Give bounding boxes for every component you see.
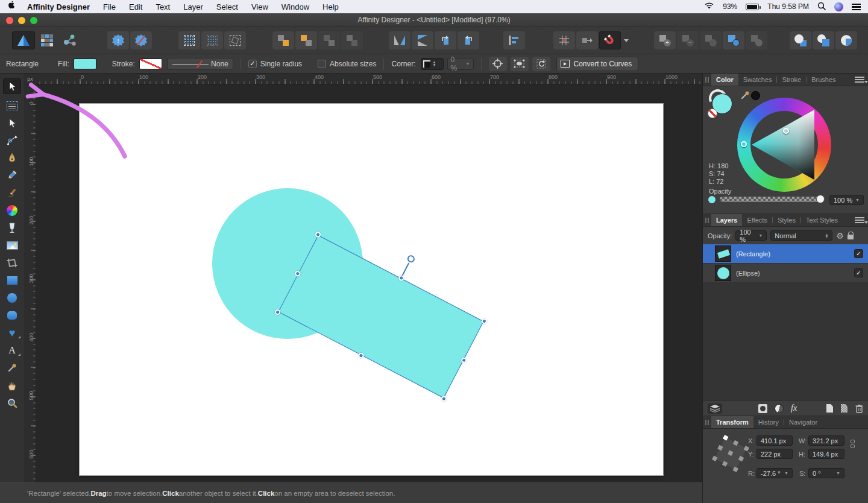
flip-horizontal-button[interactable] (389, 31, 410, 49)
move-forward-button[interactable] (272, 31, 294, 49)
selection-grid-button[interactable] (178, 31, 200, 49)
adjustment-layer-button[interactable] (775, 404, 784, 413)
corner-type-select[interactable]: ▲▼ (421, 58, 444, 70)
rotation-handle[interactable] (406, 254, 416, 264)
artboard-tool-button[interactable] (4, 100, 20, 112)
tab-text-styles[interactable]: Text Styles (801, 214, 843, 226)
panel-grip-icon[interactable] (703, 416, 711, 428)
apple-menu-icon[interactable] (8, 1, 16, 12)
layer-row-rectangle[interactable]: (Rectangle) ✓ (703, 244, 868, 264)
delete-layer-button[interactable] (855, 404, 863, 413)
notification-center-icon[interactable] (852, 4, 861, 10)
battery-percent[interactable]: 93% (723, 2, 737, 11)
layer-row-ellipse[interactable]: (Ellipse) ✓ (703, 264, 868, 283)
link-dimensions-icon[interactable] (851, 440, 855, 448)
tab-color[interactable]: Color (711, 74, 738, 86)
move-tool-button[interactable] (3, 78, 21, 94)
opacity-slider[interactable] (720, 197, 823, 202)
fill-tool-button[interactable] (4, 204, 20, 217)
vector-crop-tool-button[interactable] (4, 257, 20, 269)
tab-transform[interactable]: Transform (711, 416, 753, 428)
wifi-icon[interactable] (704, 2, 714, 11)
menu-view[interactable]: View (251, 2, 268, 11)
tab-styles[interactable]: Styles (773, 214, 800, 226)
artistic-text-tool-button[interactable]: A (4, 344, 20, 356)
show-grid-button[interactable] (553, 31, 575, 49)
corner-percent-select[interactable]: 0 % ▼ (447, 58, 474, 70)
cycle-selection-box-button[interactable] (532, 57, 550, 71)
blend-mode-select[interactable]: Normal ▲▼ (770, 230, 832, 241)
zoom-window-button[interactable] (30, 17, 37, 24)
color-picker-icon[interactable] (740, 90, 750, 100)
absolute-sizes-checkbox[interactable]: Absolute sizes (318, 60, 376, 68)
boolean-subtract-button[interactable]: − (677, 31, 699, 49)
layer-opacity-select[interactable]: 100 %▼ (735, 230, 767, 241)
vector-brush-tool-button[interactable] (4, 187, 20, 199)
stroke-color-swatch[interactable] (139, 59, 162, 69)
ellipse-tool-button[interactable] (4, 292, 20, 304)
menu-text[interactable]: Text (156, 2, 170, 11)
menu-app-name[interactable]: Affinity Designer (27, 2, 90, 11)
layers-stack-button[interactable] (708, 403, 722, 414)
layer-visibility-checkbox[interactable]: ✓ (854, 249, 863, 258)
panel-grip-icon[interactable] (703, 214, 711, 226)
snapping-button[interactable] (599, 31, 621, 49)
tab-brushes[interactable]: Brushes (807, 74, 840, 86)
horizontal-ruler[interactable]: 0 100 200 300 400 500 600 700 800 900 10… (36, 74, 702, 84)
minimize-window-button[interactable] (18, 17, 25, 24)
move-to-front-button[interactable] (318, 31, 340, 49)
menu-clock[interactable]: Thu 9:58 PM (767, 2, 809, 11)
tab-history[interactable]: History (753, 416, 784, 428)
hue-selector[interactable] (741, 141, 747, 147)
tab-effects[interactable]: Effects (742, 214, 772, 226)
tab-layers[interactable]: Layers (711, 214, 742, 226)
fill-stroke-indicator[interactable] (708, 89, 739, 121)
rotation-select[interactable]: -27.6 °▼ (756, 468, 793, 478)
sl-selector[interactable] (783, 128, 789, 134)
place-image-tool-button[interactable] (4, 239, 20, 252)
rotate-cw-button[interactable] (458, 31, 479, 49)
h-input[interactable]: 149.4 px (808, 449, 844, 459)
transparency-tool-button[interactable] (4, 222, 20, 234)
transform-selection-button[interactable] (224, 31, 246, 49)
pencil-tool-button[interactable] (4, 169, 20, 182)
single-radius-checkbox[interactable]: Single radius (248, 60, 302, 68)
panel-grip-icon[interactable] (703, 74, 711, 86)
x-input[interactable]: 410.1 px (756, 435, 793, 446)
snapping-dropdown[interactable] (622, 31, 631, 49)
menu-layer[interactable]: Layer (183, 2, 203, 11)
boolean-intersect-button[interactable] (700, 31, 722, 49)
close-window-button[interactable] (6, 17, 13, 24)
battery-icon[interactable] (746, 4, 759, 10)
w-input[interactable]: 321.2 px (808, 435, 844, 446)
boolean-divide-button[interactable] (723, 31, 744, 49)
snapping-center-button[interactable] (489, 57, 507, 71)
boolean-combine-button[interactable] (746, 31, 767, 49)
layer-visibility-checkbox[interactable]: ✓ (854, 268, 863, 277)
layer-settings-gear-icon[interactable]: ⚙ (836, 232, 844, 240)
insert-inside-button[interactable] (835, 31, 857, 49)
blob-arrow-up-button[interactable]: ↑ (107, 31, 129, 49)
tab-stroke[interactable]: Stroke (777, 74, 806, 86)
heart-shape-tool-button[interactable]: ♥ (4, 327, 20, 339)
lock-icon[interactable] (848, 235, 854, 239)
menu-help[interactable]: Help (322, 2, 339, 11)
boolean-add-button[interactable]: + (654, 31, 676, 49)
add-pixel-layer-button[interactable] (841, 404, 848, 413)
add-layer-button[interactable] (826, 404, 833, 413)
opacity-slider-knob[interactable] (816, 195, 825, 203)
spotlight-search-icon[interactable] (817, 2, 826, 12)
insert-behind-button[interactable] (790, 31, 811, 49)
vertical-ruler[interactable]: 0 100 200 300 400 500 600 (24, 84, 36, 482)
opacity-value-select[interactable]: 100 %▼ (829, 195, 864, 205)
stroke-none-swatch[interactable] (708, 109, 717, 118)
move-by-whole-pixels-button[interactable] (576, 31, 598, 49)
move-to-back-button[interactable] (341, 31, 363, 49)
layer-effects-button[interactable]: fx (791, 403, 797, 413)
rotate-ccw-button[interactable] (435, 31, 456, 49)
selection-dots-button[interactable] (201, 31, 223, 49)
convert-to-curves-button[interactable]: Convert to Curves (556, 57, 639, 71)
panel-menu-icon[interactable] (855, 77, 864, 83)
move-backward-button[interactable] (295, 31, 317, 49)
menu-edit[interactable]: Edit (129, 2, 142, 11)
